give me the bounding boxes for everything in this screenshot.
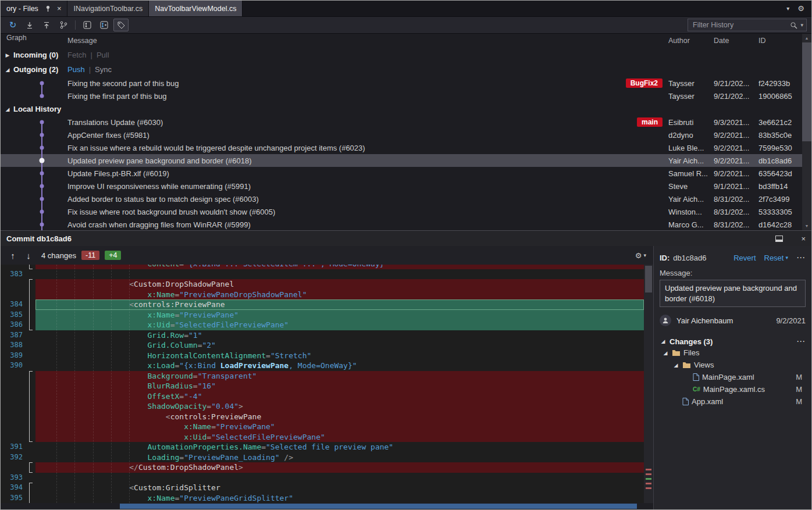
commit-dot: [40, 223, 44, 227]
close-panel-icon[interactable]: ×: [801, 235, 806, 242]
code-token: "Stretch": [270, 351, 311, 360]
revert-button[interactable]: Revert: [733, 254, 756, 262]
column-date[interactable]: Date: [714, 37, 758, 45]
history-commit-row[interactable]: Fix issue where root background brush wo…: [1, 205, 811, 218]
diff-line: 387 Grid.Row="1": [1, 330, 644, 341]
fetch-link: Fetch: [67, 51, 87, 59]
local-history-label: Local History: [13, 105, 61, 113]
history-commit-row[interactable]: Improve UI responsiveness while enumerat…: [1, 180, 811, 192]
changes-section-header[interactable]: ◢ Changes (3) ⋯: [660, 336, 806, 347]
show-tags-icon[interactable]: [113, 19, 129, 31]
next-change-icon[interactable]: ↓: [23, 251, 34, 261]
history-commit-row[interactable]: Fix an issue where a rebuild would be tr…: [1, 141, 811, 154]
column-message[interactable]: Message: [67, 37, 668, 45]
diff-pane: ↑ ↓ 4 changes -11 +4 ⚙ ▾ Content="{x:Bin…: [1, 246, 653, 509]
branch-badge[interactable]: main: [637, 117, 663, 127]
incoming-section-row[interactable]: ▶ Incoming (0) Fetch | Pull: [1, 48, 811, 62]
history-commit-row[interactable]: AppCenter fixes (#5981)d2dyno9/2/2021...…: [1, 129, 811, 141]
tree-item-files[interactable]: ◢Files: [660, 347, 806, 359]
gear-icon[interactable]: ⚙: [797, 4, 804, 13]
code-text: x:Uid="SelectedFilePreviewPane": [35, 320, 644, 330]
tree-item-app-xaml[interactable]: App.xamlM: [660, 395, 806, 408]
diff-settings-gear-icon[interactable]: ⚙: [635, 251, 642, 260]
search-options-chevron-icon[interactable]: ▾: [800, 22, 803, 28]
diff-line: 388 Grid.Column="2": [1, 340, 644, 351]
commit-author: Steve: [668, 182, 714, 191]
commit-date: 9/2/2021...: [714, 144, 758, 152]
expanded-arrow-icon[interactable]: ◢: [672, 362, 679, 368]
code-token: "0.04": [211, 402, 238, 411]
tab-list-chevron-icon[interactable]: ▾: [786, 5, 789, 12]
scroll-down-icon[interactable]: ▼: [802, 222, 811, 230]
history-scrollbar[interactable]: ▲ ▼: [802, 34, 811, 230]
refresh-icon[interactable]: ↻: [5, 19, 20, 31]
history-commit-row[interactable]: Avoid crash when dragging files from Win…: [1, 218, 811, 230]
outgoing-section-row[interactable]: ◢ Outgoing (2) Push | Sync: [1, 62, 811, 77]
tab-inavigationtoolbar[interactable]: INavigationToolbar.cs: [67, 1, 149, 16]
history-commit-row[interactable]: Fixing the second part of this bugBugFix…: [1, 77, 811, 90]
expanded-arrow-icon[interactable]: ◢: [660, 338, 667, 344]
code-token: "Selected file preview pane": [266, 443, 393, 451]
history-commit-row[interactable]: Update Files.pt-BR.xlf (#6019)Samuel R..…: [1, 167, 811, 180]
column-author[interactable]: Author: [668, 37, 714, 45]
commit-date: 8/31/202...: [714, 220, 758, 229]
scrollbar-thumb[interactable]: [802, 42, 811, 141]
overview-ruler-mark: [646, 487, 651, 489]
commit-message-box[interactable]: Updated preview pane background and bord…: [660, 280, 806, 307]
history-commit-row[interactable]: Fixing the first part of this bugTaysser…: [1, 90, 811, 102]
diff-scrollbar-thumb[interactable]: [645, 266, 652, 293]
column-graph[interactable]: Graph: [1, 34, 67, 48]
history-commit-row[interactable]: Updated preview pane background and bord…: [1, 154, 811, 167]
diff-horizontal-scrollbar[interactable]: [1, 503, 653, 509]
search-icon[interactable]: [790, 22, 797, 29]
previous-change-icon[interactable]: ↑: [8, 251, 18, 261]
diff-editor[interactable]: Content="{x:Bind ... SelectedItem ... , …: [1, 265, 653, 503]
line-number: [1, 462, 27, 473]
diff-horizontal-thumb[interactable]: [120, 504, 637, 509]
tree-item-views[interactable]: ◢Views: [660, 359, 806, 371]
tab-label: ory - Files: [6, 5, 38, 13]
pin-icon[interactable]: [45, 5, 51, 12]
fetch-icon[interactable]: [22, 19, 37, 31]
reset-button[interactable]: Reset ▾: [764, 254, 789, 262]
expanded-arrow-icon[interactable]: ◢: [3, 67, 12, 73]
tab-history-files[interactable]: ory - Files ×: [1, 1, 67, 16]
history-graph-simple-icon[interactable]: [80, 19, 95, 31]
close-icon[interactable]: ×: [57, 5, 62, 12]
filter-history-input[interactable]: [693, 21, 787, 29]
line-number: 383: [1, 269, 27, 280]
file-status: M: [796, 397, 806, 406]
commit-message-cell: AppCenter fixes (#5981): [67, 131, 668, 140]
diff-line: 393: [1, 473, 644, 483]
tab-navtoolbarviewmodel[interactable]: NavToolbarViewModel.cs: [149, 1, 243, 16]
tree-item-mainpage-xaml[interactable]: MainPage.xamlM: [660, 371, 806, 383]
commit-dot: [40, 94, 44, 98]
branch-icon[interactable]: [56, 19, 71, 31]
branch-badge[interactable]: BugFix2: [626, 79, 663, 88]
dock-panel-icon[interactable]: [775, 236, 783, 242]
xaml-file-icon: [693, 373, 699, 381]
history-graph-detailed-icon[interactable]: [97, 19, 112, 31]
xaml-file-icon: [682, 398, 689, 405]
chevron-down-icon[interactable]: ▾: [643, 252, 646, 258]
scroll-up-icon[interactable]: ▲: [802, 34, 811, 42]
commit-dot: [40, 158, 45, 163]
expanded-arrow-icon[interactable]: ◢: [3, 106, 12, 112]
diff-scrollbar[interactable]: [644, 265, 653, 503]
commit-date: 9/3/2021...: [714, 118, 758, 127]
local-history-section-row[interactable]: ◢ Local History: [1, 102, 811, 116]
history-commit-row[interactable]: Translations Update (#6030)mainEsibruti9…: [1, 116, 811, 129]
push-link[interactable]: Push: [67, 65, 85, 74]
sync-link[interactable]: Sync: [95, 65, 112, 74]
collapsed-arrow-icon[interactable]: ▶: [3, 52, 12, 58]
commit-message: Update Files.pt-BR.xlf (#6019): [67, 169, 169, 178]
changes-more-icon[interactable]: ⋯: [796, 336, 806, 347]
expanded-arrow-icon[interactable]: ◢: [662, 350, 669, 356]
code-token: controls:PreviewPane: [134, 300, 225, 309]
push-icon[interactable]: [39, 19, 54, 31]
code-token: Custom:DropShadowPanel: [134, 280, 234, 288]
code-text: AutomationProperties.Name="Selected file…: [35, 442, 644, 452]
history-commit-row[interactable]: Added border to status bar to match desi…: [1, 192, 811, 205]
more-actions-icon[interactable]: ⋯: [796, 252, 806, 263]
tree-item-mainpage-xaml-cs[interactable]: C#MainPage.xaml.csM: [660, 383, 806, 395]
